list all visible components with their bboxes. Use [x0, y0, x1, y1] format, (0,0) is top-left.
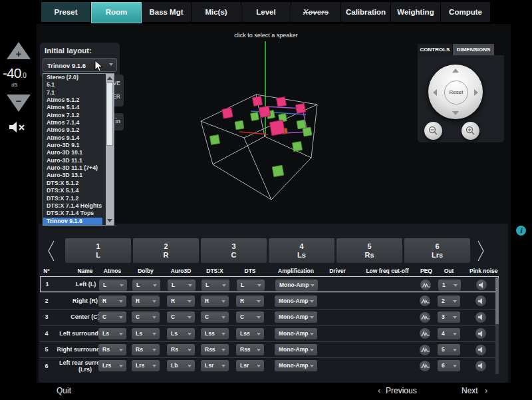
- dial-down-icon[interactable]: [452, 111, 459, 115]
- layout-option[interactable]: Auro-3D 9.1: [43, 142, 102, 149]
- info-icon[interactable]: i: [516, 226, 526, 236]
- amplification-select[interactable]: Mono-Amp: [275, 280, 318, 291]
- peq-button[interactable]: [420, 312, 430, 323]
- dtsx-select[interactable]: Rss: [201, 344, 229, 355]
- layout-option[interactable]: DTS:X 5.1.2: [43, 180, 102, 187]
- dolby-select[interactable]: Lrs: [132, 360, 160, 371]
- auro3d-select[interactable]: Ls: [167, 328, 195, 339]
- pink-noise-button[interactable]: [475, 361, 486, 371]
- dolby-select[interactable]: L: [132, 280, 160, 291]
- pink-noise-button[interactable]: [476, 280, 487, 290]
- layout-option[interactable]: Atmos 5.1.2: [43, 97, 102, 104]
- amplification-select[interactable]: Mono-Amp: [275, 360, 317, 371]
- channels-prev-button[interactable]: [47, 240, 56, 265]
- zoom-in-button[interactable]: [462, 122, 479, 140]
- out-select[interactable]: 6: [438, 360, 460, 371]
- amplification-select[interactable]: Mono-Amp: [275, 311, 317, 323]
- atmos-select[interactable]: Ls: [98, 328, 126, 339]
- speaker-marker-main[interactable]: [276, 97, 286, 106]
- channel-button-3[interactable]: 3C: [201, 238, 267, 263]
- atmos-select[interactable]: Rs: [98, 344, 126, 355]
- volume-down-button[interactable]: −: [7, 95, 31, 112]
- volume-up-button[interactable]: +: [7, 42, 31, 60]
- peq-button[interactable]: [420, 280, 431, 290]
- previous-chevron-icon[interactable]: ‹: [378, 385, 380, 395]
- auro3d-select[interactable]: R: [167, 296, 195, 307]
- tab-bass-mgt[interactable]: Bass Mgt: [142, 2, 192, 22]
- speaker-marker-height[interactable]: [292, 141, 302, 151]
- scroll-down-icon[interactable]: [107, 219, 112, 222]
- tab-mic-s[interactable]: Mic(s): [192, 2, 241, 22]
- atmos-select[interactable]: C: [98, 311, 126, 323]
- out-select[interactable]: 2: [438, 296, 460, 307]
- layout-option[interactable]: Atmos 5.1.4: [43, 104, 102, 111]
- channel-button-1[interactable]: 1L: [65, 238, 131, 263]
- dolby-select[interactable]: C: [132, 311, 160, 323]
- tab-room[interactable]: Room: [91, 2, 142, 23]
- out-select[interactable]: 4: [438, 328, 460, 339]
- tab-dimensions[interactable]: DIMENSIONS: [453, 44, 494, 55]
- dial-right-icon[interactable]: [474, 89, 478, 96]
- layout-option[interactable]: Trinnov 9.1.6: [43, 218, 102, 225]
- out-select[interactable]: 5: [438, 344, 460, 355]
- dts-select[interactable]: L: [237, 280, 265, 291]
- dtsx-select[interactable]: L: [201, 280, 229, 291]
- amplification-select[interactable]: Mono-Amp: [275, 328, 317, 339]
- speaker-marker-height[interactable]: [251, 112, 259, 121]
- layout-option[interactable]: Auro-3D 13.1: [43, 172, 102, 179]
- dts-select[interactable]: Lss: [236, 328, 264, 339]
- tab-compute[interactable]: Compute: [441, 2, 491, 22]
- atmos-select[interactable]: R: [98, 296, 126, 307]
- dts-select[interactable]: R: [236, 296, 264, 307]
- speaker-marker-height[interactable]: [303, 127, 312, 136]
- dts-select[interactable]: C: [236, 311, 264, 323]
- dial-up-icon[interactable]: [452, 69, 459, 73]
- table-scrollbar-thumb[interactable]: [495, 278, 499, 324]
- atmos-select[interactable]: L: [99, 280, 127, 291]
- layout-option[interactable]: Atmos 9.1.4: [43, 134, 102, 142]
- speaker-marker-height[interactable]: [297, 120, 306, 129]
- peq-button[interactable]: [420, 328, 430, 339]
- reset-button[interactable]: Reset: [444, 81, 468, 104]
- pink-noise-button[interactable]: [475, 312, 486, 323]
- channel-button-5[interactable]: 5Rs: [336, 238, 402, 263]
- channel-button-2[interactable]: 2R: [133, 238, 199, 263]
- speaker-marker-main[interactable]: [269, 120, 285, 135]
- channel-button-6[interactable]: 6Lrs: [404, 238, 470, 263]
- layout-option[interactable]: Auro-3D 11.1 (7+4): [43, 164, 102, 172]
- dolby-select[interactable]: R: [132, 296, 160, 307]
- speaker-marker-main[interactable]: [222, 108, 233, 118]
- peq-button[interactable]: [420, 296, 430, 306]
- tab-xovers[interactable]: Xovers: [291, 2, 341, 22]
- speaker-marker-main[interactable]: [252, 96, 262, 106]
- pink-noise-button[interactable]: [475, 296, 486, 306]
- dts-select[interactable]: Lsr: [236, 360, 264, 371]
- quit-button[interactable]: Quit: [57, 386, 71, 395]
- amplification-select[interactable]: Mono-Amp: [275, 296, 317, 307]
- layout-option[interactable]: Auro-3D 10.1: [43, 149, 102, 156]
- layout-option[interactable]: Auro-3D 11.1: [43, 157, 102, 164]
- next-chevron-icon[interactable]: ›: [485, 385, 487, 395]
- dtsx-select[interactable]: C: [201, 311, 229, 323]
- channels-next-button[interactable]: [476, 240, 485, 265]
- auro3d-select[interactable]: L: [168, 280, 196, 291]
- auro3d-select[interactable]: Lb: [167, 360, 195, 371]
- dial-left-icon[interactable]: [433, 89, 437, 96]
- layout-option[interactable]: Atmos 7.1.4: [43, 119, 102, 126]
- previous-button[interactable]: Previous: [386, 386, 417, 395]
- scroll-up-icon[interactable]: [107, 77, 112, 80]
- speaker-marker-height[interactable]: [235, 120, 244, 130]
- pink-noise-button[interactable]: [475, 328, 486, 339]
- layout-option[interactable]: DTS:X 5.1.4: [43, 187, 102, 194]
- layout-option[interactable]: Atmos 9.1.2: [43, 126, 102, 134]
- layout-select[interactable]: Trinnov 9.1.6: [43, 58, 117, 72]
- scrollbar-thumb[interactable]: [106, 83, 113, 146]
- atmos-select[interactable]: Lrs: [98, 360, 126, 371]
- amplification-select[interactable]: Mono-Amp: [275, 344, 317, 355]
- dtsx-select[interactable]: Lsr: [201, 360, 229, 371]
- layout-option[interactable]: DTS:X 7.1.4 Heights: [43, 202, 102, 210]
- dolby-select[interactable]: Rs: [132, 344, 160, 355]
- speaker-marker-main[interactable]: [259, 106, 270, 117]
- channel-button-4[interactable]: 4Ls: [269, 238, 334, 263]
- layout-option[interactable]: Stereo (2.0): [43, 74, 102, 81]
